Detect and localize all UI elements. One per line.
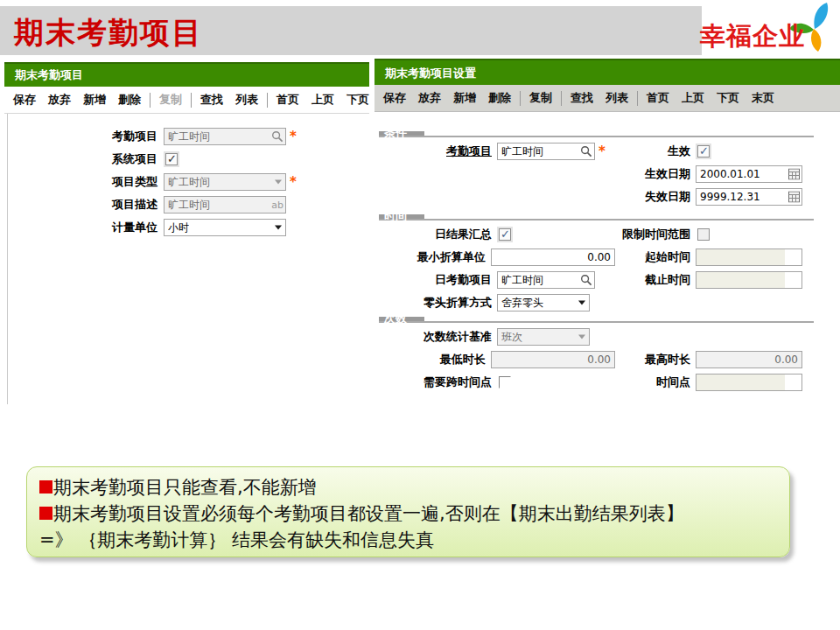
item-desc-field[interactable]: 旷工时间 ab xyxy=(164,196,286,214)
form-row: 生效日期 2000.01.01 xyxy=(379,165,840,183)
start-time-field[interactable] xyxy=(696,248,802,266)
attendance-item-label: 考勤项目 xyxy=(8,129,164,144)
note-line: 期末考勤项目设置必须每个考勤项目都设置一遍,否则在【期末出勤结果列表】 xyxy=(39,500,777,527)
time-point-field[interactable] xyxy=(696,374,802,391)
copy-button: 复制 xyxy=(153,92,188,108)
time-point-label: 时间点 xyxy=(615,374,696,390)
attendance-item-link-label[interactable]: 考勤项目 xyxy=(379,144,497,159)
toolbar-group-find: 查找 列表 xyxy=(192,93,268,108)
magnifier-icon[interactable] xyxy=(271,130,284,143)
daily-summary-checkbox[interactable] xyxy=(499,228,511,241)
section-condition-header: 条件 xyxy=(379,131,814,137)
discard-button[interactable]: 放弃 xyxy=(42,92,77,108)
section-count-header: 次数 xyxy=(379,317,814,323)
unit-label: 计量单位 xyxy=(8,220,164,235)
form-row: 考勤项目 旷工时间 * xyxy=(8,128,369,145)
chevron-down-icon[interactable] xyxy=(578,301,587,305)
count-basis-dropdown[interactable]: 班次 xyxy=(497,328,590,346)
item-type-label: 项目类型 xyxy=(8,174,164,190)
prev-page-button[interactable]: 上页 xyxy=(676,90,710,106)
first-page-button[interactable]: 首页 xyxy=(270,92,305,108)
save-button[interactable]: 保存 xyxy=(7,92,42,108)
find-button[interactable]: 查找 xyxy=(194,92,229,108)
limit-time-range-label: 限制时间范围 xyxy=(615,227,696,242)
logo-text: 幸福企业 xyxy=(700,19,805,54)
page-title: 期末考勤项目 xyxy=(14,13,203,53)
add-button[interactable]: 新增 xyxy=(447,90,482,106)
rounding-dropdown[interactable]: 舍弃零头 xyxy=(497,294,590,312)
expiry-date-label: 失效日期 xyxy=(615,189,696,205)
expiry-date-field[interactable]: 9999.12.31 xyxy=(696,188,802,206)
rounding-label: 零头折算方式 xyxy=(379,295,497,311)
left-panel-title: 期末考勤项目 xyxy=(4,62,369,87)
form-row: 次数统计基准 班次 xyxy=(379,328,840,346)
attendance-item-field[interactable]: 旷工时间 xyxy=(497,143,595,160)
system-item-checkbox[interactable] xyxy=(165,153,178,165)
limit-time-range-checkbox[interactable] xyxy=(697,228,710,241)
daily-summary-label: 日结果汇总 xyxy=(379,227,497,242)
attendance-item-settings-panel: 期末考勤项目设置 保存 放弃 新增 删除 复制 查找 列表 首页 上页 下页 末… xyxy=(374,59,840,464)
max-duration-field[interactable]: 0.00 xyxy=(696,351,802,368)
item-type-dropdown[interactable]: 旷工时间 xyxy=(164,173,286,191)
min-duration-label: 最低时长 xyxy=(379,352,491,368)
list-button[interactable]: 列表 xyxy=(229,92,264,108)
daily-item-label: 日考勤项目 xyxy=(379,272,497,288)
note-line: 期末考勤项目只能查看,不能新增 xyxy=(39,474,777,500)
attendance-item-panel: 期末考勤项目 保存 放弃 新增 删除 复制 查找 列表 首页 上页 下页 末页 … xyxy=(4,62,369,404)
chevron-down-icon[interactable] xyxy=(275,226,284,230)
section-time-header: 时间 xyxy=(379,214,814,220)
last-page-button[interactable]: 末页 xyxy=(746,90,780,106)
max-duration-label: 最高时长 xyxy=(615,352,696,368)
cross-time-point-checkbox[interactable] xyxy=(499,376,511,388)
company-logo: 幸福企业 xyxy=(700,2,833,56)
right-panel-title: 期末考勤项目设置 xyxy=(374,59,840,85)
magnifier-icon[interactable] xyxy=(580,145,592,158)
calendar-icon[interactable] xyxy=(788,169,800,180)
form-row: 计量单位 小时 xyxy=(8,219,369,236)
end-time-label: 截止时间 xyxy=(615,272,696,288)
start-time-label: 起始时间 xyxy=(615,249,696,265)
cross-time-point-label: 需要跨时间点 xyxy=(379,374,497,390)
calendar-icon[interactable] xyxy=(788,192,800,203)
next-page-button[interactable]: 下页 xyxy=(710,90,746,106)
toolbar-group-copy: 复制 xyxy=(521,91,562,106)
required-asterisk: * xyxy=(290,132,297,141)
save-button[interactable]: 保存 xyxy=(377,90,412,106)
find-button[interactable]: 查找 xyxy=(564,90,599,106)
prev-page-button[interactable]: 上页 xyxy=(305,92,340,108)
required-asterisk: * xyxy=(290,178,297,186)
magnifier-icon[interactable] xyxy=(580,274,592,286)
first-page-button[interactable]: 首页 xyxy=(640,90,676,106)
effective-label: 生效 xyxy=(615,144,696,159)
effective-date-field[interactable]: 2000.01.01 xyxy=(696,165,802,183)
effective-date-label: 生效日期 xyxy=(615,166,696,182)
next-page-button[interactable]: 下页 xyxy=(340,92,375,108)
delete-button[interactable]: 删除 xyxy=(482,90,517,106)
form-row: 最低时长 0.00 最高时长 0.00 xyxy=(379,351,840,368)
add-button[interactable]: 新增 xyxy=(77,92,112,108)
section-time-tab: 时间 xyxy=(379,214,424,219)
right-panel-body: 条件 考勤项目 旷工时间 * 生效 生效日期 xyxy=(374,131,840,464)
left-panel-body: 考勤项目 旷工时间 * 系统项目 项目类型 旷工时间 * 项目描述 旷工 xyxy=(7,114,369,404)
delete-button[interactable]: 删除 xyxy=(112,92,147,108)
discard-button[interactable]: 放弃 xyxy=(412,90,447,106)
min-duration-field[interactable]: 0.00 xyxy=(491,351,615,368)
min-unit-field[interactable]: 0.00 xyxy=(491,248,615,266)
attendance-item-field[interactable]: 旷工时间 xyxy=(164,128,286,145)
list-button[interactable]: 列表 xyxy=(599,90,634,106)
unit-dropdown[interactable]: 小时 xyxy=(164,219,286,236)
section-count-tab: 次数 xyxy=(379,317,424,321)
copy-button[interactable]: 复制 xyxy=(523,90,558,106)
red-square-bullet-icon xyxy=(39,480,52,494)
section-condition-tab: 条件 xyxy=(379,131,424,136)
min-unit-label: 最小折算单位 xyxy=(379,249,491,265)
daily-item-field[interactable]: 旷工时间 xyxy=(497,271,595,289)
effective-checkbox[interactable] xyxy=(697,145,710,158)
form-row: 失效日期 9999.12.31 xyxy=(379,188,840,206)
form-row: 最小折算单位 0.00 起始时间 xyxy=(379,248,840,266)
note-line: =》 ｛期末考勤计算｝ 结果会有缺失和信息失真 xyxy=(39,527,777,553)
toolbar-group-copy: 复制 xyxy=(150,93,192,108)
toolbar-group-edit: 保存 放弃 新增 删除 xyxy=(374,91,521,106)
red-square-bullet-icon xyxy=(39,507,52,520)
end-time-field[interactable] xyxy=(696,271,802,289)
